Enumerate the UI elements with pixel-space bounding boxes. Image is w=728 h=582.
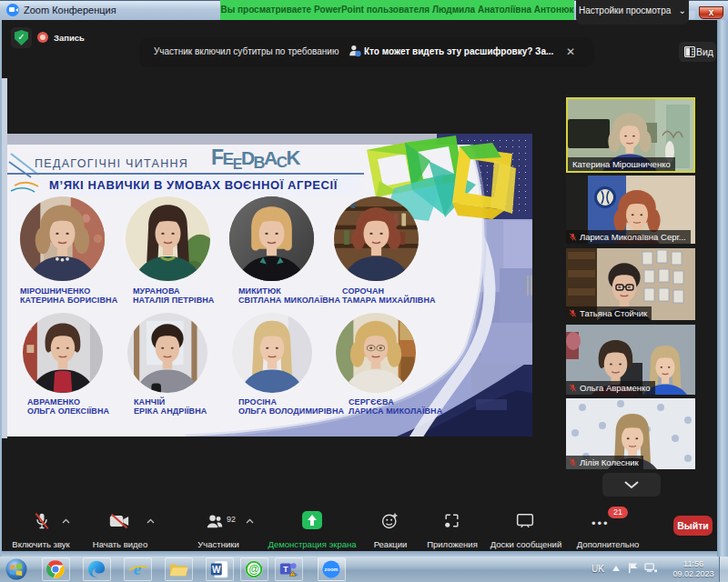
svg-text:T: T [283,565,288,574]
svg-text:W: W [212,565,221,575]
svg-text:e: e [134,559,142,578]
svg-text:zoom: zoom [325,567,339,572]
svg-text:@: @ [248,563,259,576]
svg-text:!: ! [292,572,293,577]
